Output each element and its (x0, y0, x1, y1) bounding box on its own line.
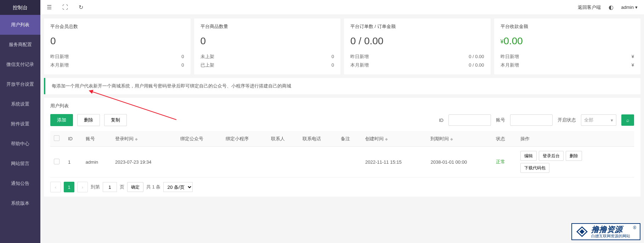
user-table: ID 账号 登录时间◆ 绑定公众号 绑定小程序 联系人 联系电话 备注 创建时间… (50, 131, 634, 177)
filter-id-input[interactable] (448, 114, 491, 126)
watermark: 撸撸资源 白嫖互联网资源的网站 ® (571, 223, 640, 240)
sidebar-item-system-version[interactable]: 系统版本 (0, 193, 40, 213)
toolbar: 添加 删除 复制 ID 账号 开启状态 全部▾ ⌕ (50, 114, 634, 126)
chevron-down-icon: ▾ (611, 118, 613, 123)
admin-name: admin (621, 5, 634, 10)
stat-value: ¥0.00 (501, 35, 634, 47)
user-list-panel: 用户列表 添加 删除 复制 ID 账号 开启状态 全部▾ ⌕ (44, 98, 640, 197)
status-badge: 正常 (492, 147, 517, 177)
pagination: ‹ 1 › 到第 页 确定 共 1 条 20 条/页 (50, 177, 634, 197)
stat-card-revenue: 平台收款金额 ¥0.00 昨日新增¥ 本月新增¥ (494, 18, 641, 74)
next-page-button[interactable]: › (77, 182, 88, 192)
download-code-button[interactable]: 下载代码包 (520, 163, 549, 173)
sidebar-item-help-center[interactable]: 帮助中心 (0, 134, 40, 154)
sidebar-item-provider-config[interactable]: 服务商配置 (0, 35, 40, 55)
sort-icon[interactable]: ◆ (450, 137, 453, 141)
sidebar-item-user-list[interactable]: 用户列表 (0, 15, 40, 35)
watermark-logo-icon (576, 226, 588, 237)
sidebar-item-open-platform[interactable]: 开放平台设置 (0, 74, 40, 94)
goto-confirm-button[interactable]: 确定 (127, 182, 143, 192)
sidebar-item-notifications[interactable]: 通知公告 (0, 174, 40, 193)
fullscreen-icon[interactable]: ⛶ (62, 4, 68, 11)
page-number-button[interactable]: 1 (64, 182, 74, 192)
edit-button[interactable]: 编辑 (520, 151, 537, 161)
sidebar-item-wechat-pay-log[interactable]: 微信支付记录 (0, 55, 40, 74)
page-input[interactable] (103, 182, 117, 192)
stat-value: 0 (50, 35, 184, 47)
filter-status-label: 开启状态 (558, 117, 576, 123)
delete-button[interactable]: 删除 (77, 114, 100, 126)
sort-icon[interactable]: ◆ (385, 137, 388, 141)
sidebar-title: 控制台 (0, 0, 40, 15)
admin-dropdown[interactable]: admin ▾ (621, 5, 638, 10)
stat-card-products: 平台商品数量 0 未上架0 已上架0 (194, 18, 341, 74)
chevron-down-icon: ▾ (635, 5, 638, 10)
select-all-checkbox[interactable] (54, 135, 60, 141)
sidebar-item-website-messages[interactable]: 网站留言 (0, 154, 40, 174)
row-checkbox[interactable] (54, 159, 60, 164)
filter-id-label: ID (439, 118, 444, 123)
search-button[interactable]: ⌕ (621, 114, 634, 126)
filter-account-label: 账号 (496, 117, 505, 123)
topbar: ☰ ⛶ ↻ 返回客户端 ◐ admin ▾ (40, 0, 644, 15)
sort-icon[interactable]: ◆ (135, 137, 138, 141)
stats-row: 平台会员总数 0 昨日新增0 本月新增0 平台商品数量 0 未上架0 已上架0 … (44, 18, 640, 74)
filter-status-select[interactable]: 全部▾ (581, 114, 616, 126)
filter-account-input[interactable] (510, 114, 553, 126)
main-area: ☰ ⛶ ↻ 返回客户端 ◐ admin ▾ 平台会员总数 0 昨日新增0 本月新… (40, 0, 644, 243)
sidebar-item-attachment-settings[interactable]: 附件设置 (0, 114, 40, 134)
stat-card-orders: 平台订单数 / 订单金额 0 / 0.00 昨日新增0 / 0.00 本月新增0… (344, 18, 491, 74)
menu-toggle-icon[interactable]: ☰ (47, 4, 52, 11)
add-button[interactable]: 添加 (50, 114, 73, 126)
stat-title: 平台会员总数 (50, 23, 184, 30)
refresh-icon[interactable]: ↻ (79, 4, 83, 11)
content: 平台会员总数 0 昨日新增0 本月新增0 平台商品数量 0 未上架0 已上架0 … (40, 15, 644, 200)
copy-button[interactable]: 复制 (104, 114, 127, 126)
table-row: 1 admin 2023-07-23 19:34 2022-11-11 15:1… (50, 147, 634, 177)
info-strip: 每添加一个用户代表新开一个商城系统，用户用账号密码登录后即可绑定自己的公众号、小… (44, 78, 640, 94)
stat-card-members: 平台会员总数 0 昨日新增0 本月新增0 (44, 18, 191, 74)
panel-title: 用户列表 (50, 103, 634, 109)
per-page-select[interactable]: 20 条/页 (163, 182, 193, 192)
login-backend-button[interactable]: 登录后台 (539, 151, 564, 161)
prev-page-button[interactable]: ‹ (50, 182, 61, 192)
sidebar-item-system-settings[interactable]: 系统设置 (0, 94, 40, 114)
return-client-link[interactable]: 返回客户端 (578, 4, 601, 11)
row-delete-button[interactable]: 删除 (566, 151, 582, 161)
theme-icon[interactable]: ◐ (609, 4, 614, 11)
sidebar: 控制台 用户列表 服务商配置 微信支付记录 开放平台设置 系统设置 附件设置 帮… (0, 0, 40, 243)
